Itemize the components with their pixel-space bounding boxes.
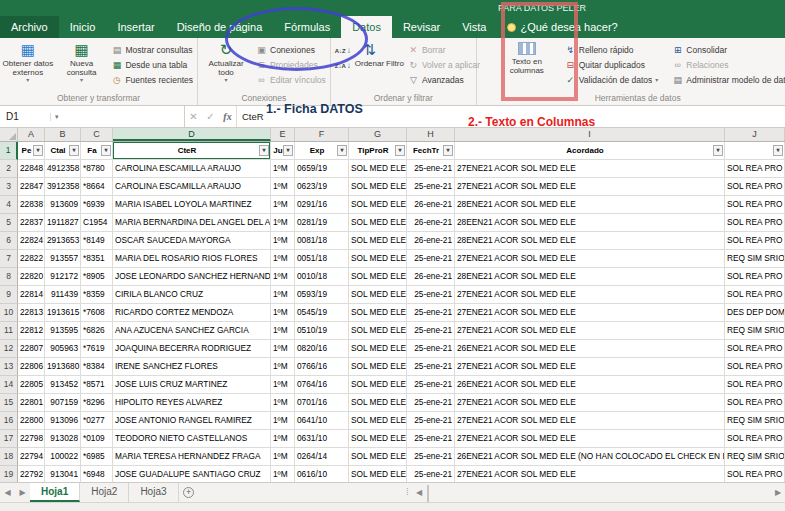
cell[interactable]: 912172 bbox=[45, 268, 81, 286]
column-letter-J[interactable]: J bbox=[725, 128, 785, 141]
cell[interactable]: REQ SIM SRIO (C bbox=[725, 412, 785, 430]
filter-button[interactable]: Filtro bbox=[386, 40, 404, 92]
filter-dropdown-button[interactable]: ▾ bbox=[283, 145, 293, 156]
row-number-7[interactable]: 7 bbox=[0, 250, 18, 268]
cell[interactable]: REQ SIM SRIO (C bbox=[725, 250, 785, 268]
cell[interactable]: 0641/10 bbox=[295, 412, 349, 430]
cell[interactable]: 25-ene-21 bbox=[407, 322, 455, 340]
cell[interactable]: 26-ene-21 bbox=[407, 196, 455, 214]
cell[interactable]: 22798 bbox=[18, 430, 45, 448]
filter-dropdown-button[interactable]: ▾ bbox=[713, 145, 723, 156]
cell[interactable]: *8780 bbox=[81, 160, 113, 178]
row-number-1[interactable]: 1 bbox=[0, 142, 18, 160]
cell[interactable]: *6939 bbox=[81, 196, 113, 214]
cell[interactable]: 22794 bbox=[18, 448, 45, 466]
cell[interactable]: 913041 bbox=[45, 466, 81, 482]
cell[interactable]: DES DEP DOM bbox=[725, 304, 785, 322]
cell[interactable]: 1ºM bbox=[271, 160, 295, 178]
advanced-filter-button[interactable]: ▽ Avanzadas bbox=[406, 73, 482, 87]
cell[interactable]: 25-ene-21 bbox=[407, 340, 455, 358]
cell[interactable]: 25-ene-21 bbox=[407, 448, 455, 466]
cell[interactable]: 0281/19 bbox=[295, 214, 349, 232]
cell[interactable]: 27ENE21 ACOR SOL MED ELE bbox=[455, 250, 725, 268]
cell[interactable]: SOL REA PRO bbox=[725, 340, 785, 358]
cell[interactable]: 25-ene-21 bbox=[407, 430, 455, 448]
cell[interactable]: HIPOLITO REYES ALVAREZ bbox=[113, 394, 271, 412]
cell[interactable]: SOL MED ELE bbox=[349, 358, 407, 376]
cell[interactable]: *6948 bbox=[81, 466, 113, 482]
cell[interactable]: 25-ene-21 bbox=[407, 412, 455, 430]
cell[interactable]: JOSE LEONARDO SANCHEZ HERNANDEZ bbox=[113, 268, 271, 286]
data-validation-button[interactable]: ✓ Validación de datos ▾ bbox=[563, 73, 661, 87]
consolidate-button[interactable]: ⊞ Consolidar bbox=[670, 43, 785, 57]
cell[interactable]: 28ENE21 ACOR SOL MED ELE bbox=[455, 268, 725, 286]
cell[interactable]: SOL MED ELE bbox=[349, 196, 407, 214]
sheet-tab-hoja2[interactable]: Hoja2 bbox=[80, 483, 129, 502]
cell[interactable]: 913452 bbox=[45, 376, 81, 394]
row-number-17[interactable]: 17 bbox=[0, 430, 18, 448]
tab-formulas[interactable]: Fórmulas bbox=[273, 16, 341, 38]
cell[interactable]: 0051/18 bbox=[295, 250, 349, 268]
cell[interactable]: SOL MED ELE bbox=[349, 214, 407, 232]
cell[interactable]: 1ºM bbox=[271, 196, 295, 214]
cell[interactable]: 22847 bbox=[18, 178, 45, 196]
cell[interactable]: *8384 bbox=[81, 358, 113, 376]
cell[interactable]: JOSE GUADALUPE SANTIAGO CRUZ bbox=[113, 466, 271, 482]
row-number-11[interactable]: 11 bbox=[0, 322, 18, 340]
column-letter-B[interactable]: B bbox=[45, 128, 81, 141]
from-table-button[interactable]: ▦ Desde una tabla bbox=[109, 58, 195, 72]
cell[interactable]: 1ºM bbox=[271, 268, 295, 286]
cell[interactable]: 27ENE21 ACOR SOL MED ELE bbox=[455, 160, 725, 178]
cell[interactable]: JOSE ANTONIO RANGEL RAMIREZ bbox=[113, 412, 271, 430]
filter-dropdown-button[interactable]: ▾ bbox=[33, 145, 43, 156]
new-query-button[interactable]: ▦ Nueva consulta ▾ bbox=[56, 40, 108, 92]
cell[interactable]: 25-ene-21 bbox=[407, 160, 455, 178]
tab-inicio[interactable]: Inicio bbox=[59, 16, 107, 38]
cell[interactable]: MARIA BERNARDINA DEL ANGEL DEL ANGEL bbox=[113, 214, 271, 232]
sort-descending-button[interactable]: Z↓A↓ bbox=[333, 59, 353, 72]
remove-duplicates-button[interactable]: ⊟ Quitar duplicados bbox=[563, 58, 661, 72]
cell[interactable]: 0264/14 bbox=[295, 448, 349, 466]
row-number-3[interactable]: 3 bbox=[0, 178, 18, 196]
sort-button[interactable]: ⇅ Ordenar bbox=[355, 40, 384, 92]
cell[interactable]: 26ENE21 ACOR SOL MED ELE (NO HAN COLOCAD… bbox=[455, 448, 725, 466]
filter-header-cell[interactable]: CteR▾ bbox=[113, 142, 271, 160]
column-letter-A[interactable]: A bbox=[18, 128, 45, 141]
cell[interactable]: 22814 bbox=[18, 286, 45, 304]
cell[interactable]: 22824 bbox=[18, 232, 45, 250]
select-all-corner[interactable] bbox=[0, 128, 18, 141]
filter-header-cell[interactable]: Ctal▾ bbox=[45, 142, 81, 160]
tab-diseno-de-pagina[interactable]: Diseño de página bbox=[166, 16, 274, 38]
cell[interactable]: SOL MED ELE bbox=[349, 340, 407, 358]
cell[interactable]: RICARDO CORTEZ MENDOZA bbox=[113, 304, 271, 322]
cell[interactable]: 27ENE21 ACOR SOL MED ELE bbox=[455, 322, 725, 340]
cell[interactable]: 1ºM bbox=[271, 412, 295, 430]
flash-fill-button[interactable]: ↯ Relleno rápido bbox=[563, 43, 661, 57]
cell[interactable]: 0291/16 bbox=[295, 196, 349, 214]
cell[interactable]: *0109 bbox=[81, 430, 113, 448]
scroll-right-icon[interactable]: ▶ bbox=[771, 483, 785, 502]
cell[interactable]: 25-ene-21 bbox=[407, 286, 455, 304]
cell[interactable]: SOL MED ELE bbox=[349, 268, 407, 286]
row-number-12[interactable]: 12 bbox=[0, 340, 18, 358]
cell[interactable]: 22813 bbox=[18, 304, 45, 322]
cell[interactable]: SOL REA PRO bbox=[725, 214, 785, 232]
cell[interactable]: 913595 bbox=[45, 322, 81, 340]
cancel-entry-button[interactable]: ✕ bbox=[185, 106, 202, 127]
sort-ascending-button[interactable]: A↓Z↓ bbox=[333, 44, 353, 57]
cell[interactable]: 25-ene-21 bbox=[407, 376, 455, 394]
column-letter-E[interactable]: E bbox=[271, 128, 295, 141]
cell[interactable]: 911439 bbox=[45, 286, 81, 304]
tab-vista[interactable]: Vista bbox=[451, 16, 497, 38]
cell[interactable]: *8296 bbox=[81, 394, 113, 412]
filter-header-cell[interactable]: Fa▾ bbox=[81, 142, 113, 160]
cell[interactable]: 22820 bbox=[18, 268, 45, 286]
cell[interactable]: CAROLINA ESCAMILLA ARAUJO bbox=[113, 160, 271, 178]
cell[interactable]: SOL MED ELE bbox=[349, 232, 407, 250]
row-number-4[interactable]: 4 bbox=[0, 196, 18, 214]
cell[interactable]: *8905 bbox=[81, 268, 113, 286]
cell[interactable]: 1913615 bbox=[45, 304, 81, 322]
cell[interactable]: 0010/18 bbox=[295, 268, 349, 286]
tell-me-box[interactable]: ¿Qué desea hacer? bbox=[507, 16, 617, 38]
cell[interactable]: *7608 bbox=[81, 304, 113, 322]
